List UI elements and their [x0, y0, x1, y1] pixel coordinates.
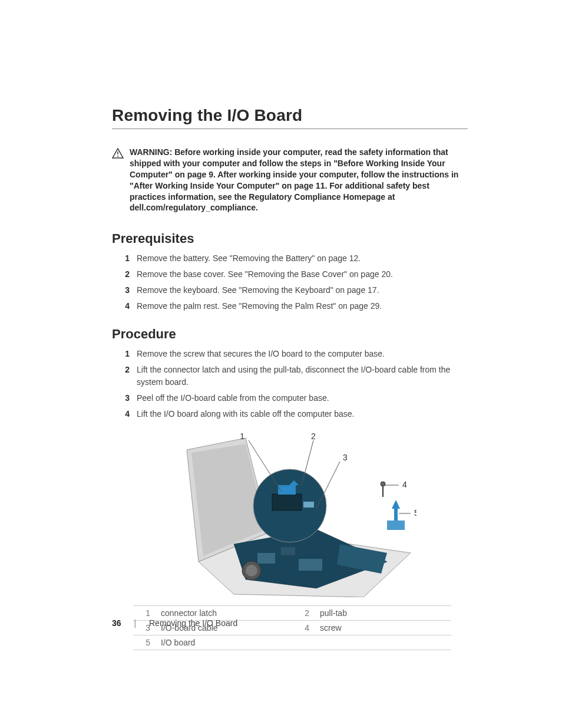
warning-label: WARNING:: [130, 147, 172, 157]
callout-2: 2: [311, 431, 316, 441]
svg-point-12: [246, 565, 257, 577]
callout-5: 5: [414, 508, 416, 518]
procedure-item: Lift the I/O board along with its cable …: [133, 408, 468, 420]
footer-section: Removing the I/O Board: [149, 618, 237, 628]
page-number: 36: [112, 618, 121, 628]
warning-text: WARNING: Before working inside your comp…: [130, 147, 468, 213]
procedure-list: Remove the screw that secures the I/O bo…: [112, 348, 468, 420]
svg-rect-8: [257, 553, 275, 564]
svg-rect-23: [387, 521, 405, 530]
page-title: Removing the I/O Board: [112, 106, 468, 129]
svg-rect-16: [278, 485, 296, 495]
page: Removing the I/O Board WARNING: Before w…: [0, 0, 562, 728]
legend-label: screw: [316, 621, 451, 635]
procedure-item: Lift the connector latch and using the p…: [133, 364, 468, 388]
prerequisites-list: Remove the battery. See "Removing the Ba…: [112, 252, 468, 312]
prerequisite-item: Remove the palm rest. See "Removing the …: [133, 300, 468, 312]
footer-separator: |: [134, 618, 136, 628]
callout-3: 3: [343, 453, 348, 462]
svg-marker-22: [392, 500, 400, 509]
warning-block: WARNING: Before working inside your comp…: [112, 147, 468, 213]
prerequisites-heading: Prerequisites: [112, 231, 468, 246]
diagram: 1 2 3 4 5: [163, 426, 416, 597]
procedure-item: Peel off the I/O-board cable from the co…: [133, 392, 468, 404]
svg-rect-15: [272, 494, 302, 510]
warning-body: Before working inside your computer, rea…: [130, 147, 458, 212]
legend-num: 2: [292, 606, 316, 621]
svg-point-20: [381, 482, 385, 486]
procedure-heading: Procedure: [112, 327, 468, 342]
procedure-item: Remove the screw that secures the I/O bo…: [133, 348, 468, 360]
prerequisite-item: Remove the battery. See "Removing the Ba…: [133, 252, 468, 265]
prerequisite-item: Remove the keyboard. See "Removing the K…: [133, 284, 468, 297]
prerequisite-item: Remove the base cover. See "Removing the…: [133, 268, 468, 281]
svg-rect-10: [299, 559, 322, 571]
legend-label: pull-tab: [316, 606, 451, 621]
svg-point-2: [117, 156, 118, 157]
svg-rect-18: [303, 502, 314, 508]
legend-row: 5 I/O board: [133, 635, 451, 650]
page-footer: 36 | Removing the I/O Board: [112, 618, 237, 628]
legend-label: I/O board: [157, 635, 292, 650]
legend-num: 4: [292, 621, 316, 635]
callout-1: 1: [240, 431, 244, 441]
diagram-legend: 1 connector latch 2 pull-tab 3 I/O-board…: [133, 605, 451, 650]
legend-num: 5: [133, 635, 157, 650]
callout-4: 4: [402, 480, 407, 489]
svg-rect-9: [281, 547, 295, 555]
warning-icon: [112, 148, 124, 213]
